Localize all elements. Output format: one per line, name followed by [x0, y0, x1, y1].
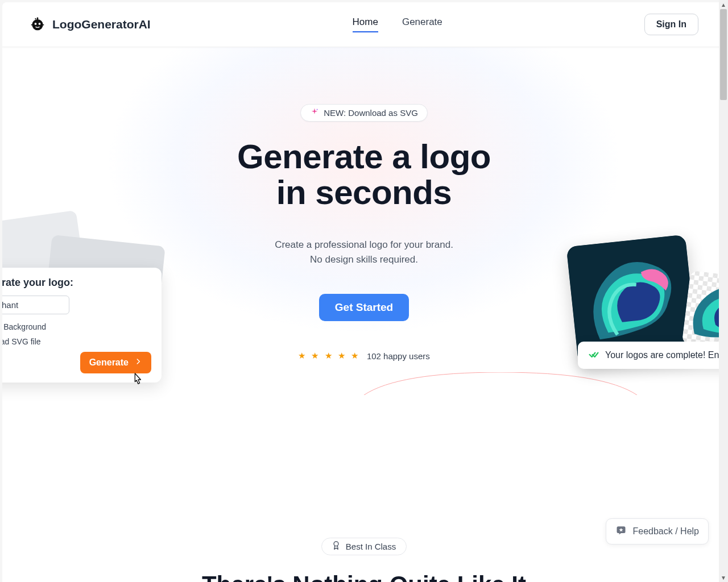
- hero-section: NEW: Download as SVG Generate a logo in …: [2, 47, 726, 430]
- prompt-input[interactable]: [2, 296, 69, 314]
- sparkles-icon: [310, 107, 319, 118]
- brand-logo-icon: [30, 15, 46, 34]
- generate-button[interactable]: Generate: [80, 352, 151, 373]
- hero-sub-line2: No design skills required.: [310, 254, 418, 265]
- best-badge-text: Best In Class: [346, 542, 396, 551]
- new-feature-badge: NEW: Download as SVG: [300, 104, 428, 122]
- svg-point-4: [35, 18, 36, 19]
- svg-rect-6: [43, 24, 44, 26]
- hero-sub-line1: Create a professional logo for your bran…: [275, 239, 453, 250]
- svg-point-2: [39, 23, 41, 25]
- feedback-star-icon: [615, 525, 627, 538]
- generate-card: enerate your logo: nove Background wnloa…: [2, 268, 162, 383]
- scrollbar-thumb[interactable]: [720, 9, 727, 100]
- scrollbar-up-arrow[interactable]: ▲: [719, 0, 728, 9]
- get-started-button[interactable]: Get Started: [319, 294, 409, 321]
- completion-toast: Your logos are complete! Enjo: [578, 342, 726, 369]
- svg-rect-5: [31, 24, 33, 26]
- hero-title-line2: in seconds: [276, 173, 452, 211]
- hero-title-line1: Generate a logo: [237, 138, 491, 176]
- rating-text: 102 happy users: [367, 351, 430, 361]
- section2-title: There's Nothing Quite Like It: [2, 571, 726, 582]
- scrollbar-down-arrow[interactable]: ▼: [719, 573, 728, 582]
- feedback-label: Feedback / Help: [632, 526, 699, 537]
- svg-rect-3: [37, 18, 39, 20]
- brand-name: LogoGeneratorAI: [52, 18, 151, 31]
- toast-text: Your logos are complete! Enjo: [605, 350, 726, 360]
- hero-divider: [228, 395, 500, 396]
- svg-point-8: [334, 542, 338, 546]
- navbar: LogoGeneratorAI Home Generate Sign In: [2, 2, 726, 47]
- chevron-right-icon: [134, 357, 142, 368]
- svg-point-0: [32, 19, 43, 30]
- hero-title: Generate a logo in seconds: [2, 139, 726, 210]
- features-section: Best In Class There's Nothing Quite Like…: [2, 430, 726, 582]
- best-in-class-badge: Best In Class: [321, 538, 407, 555]
- generate-card-title: enerate your logo:: [2, 277, 151, 289]
- star-icons: ★ ★ ★ ★ ★: [298, 351, 360, 361]
- brand[interactable]: LogoGeneratorAI: [30, 15, 151, 34]
- svg-point-1: [35, 23, 37, 25]
- nav-links: Home Generate: [353, 16, 442, 32]
- medal-icon: [332, 541, 340, 552]
- check-icon: [588, 348, 599, 362]
- generate-button-label: Generate: [89, 357, 129, 368]
- scrollbar[interactable]: ▲ ▼: [719, 0, 728, 582]
- signin-button[interactable]: Sign In: [644, 14, 698, 35]
- badge-text: NEW: Download as SVG: [324, 108, 418, 118]
- nav-link-generate[interactable]: Generate: [402, 16, 442, 32]
- nav-link-home[interactable]: Home: [353, 16, 378, 32]
- feedback-help-button[interactable]: Feedback / Help: [606, 518, 709, 544]
- option-download-svg[interactable]: wnload SVG file: [2, 337, 151, 346]
- option-remove-background[interactable]: nove Background: [2, 322, 151, 331]
